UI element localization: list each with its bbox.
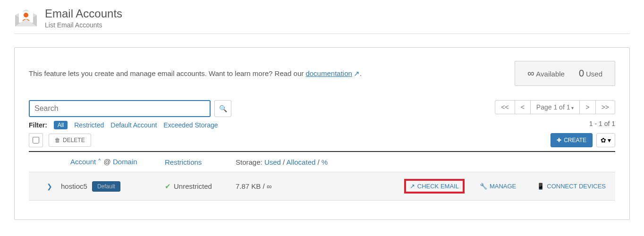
settings-button[interactable]: ✿▾ <box>596 133 615 147</box>
header-domain[interactable]: Domain <box>113 158 137 166</box>
restriction-value: Unrestricted <box>174 182 212 190</box>
delete-button[interactable]: 🗑DELETE <box>49 134 91 147</box>
filter-exceeded[interactable]: Exceeded Storage <box>163 121 218 129</box>
trash-icon: 🗑 <box>55 137 60 143</box>
page-title: Email Accounts <box>45 7 122 20</box>
used-value: 0 <box>579 68 584 78</box>
stats-box: ∞ Available 0 Used <box>515 61 615 86</box>
plus-icon: ✚ <box>557 137 561 143</box>
header-used[interactable]: Used <box>264 158 281 166</box>
page-header: Email Accounts List Email Accounts <box>14 0 630 34</box>
filter-default[interactable]: Default Account <box>110 121 157 129</box>
check-email-button[interactable]: ↗CHECK EMAIL <box>404 179 465 194</box>
storage-value: 7.87 KB / ∞ <box>236 182 321 190</box>
create-button[interactable]: ✚CREATE <box>551 133 593 147</box>
header-percent[interactable]: % <box>322 158 328 166</box>
wrench-icon: 🔧 <box>480 183 487 190</box>
page-next[interactable]: > <box>579 100 595 114</box>
connect-devices-button[interactable]: 📱CONNECT DEVICES <box>531 179 611 194</box>
search-input[interactable] <box>29 100 211 117</box>
email-accounts-icon <box>14 8 38 27</box>
check-icon: ✔ <box>165 182 171 191</box>
documentation-link[interactable]: documentation <box>305 69 352 77</box>
feature-description: This feature lets you create and manage … <box>29 69 515 78</box>
external-icon: ↗ <box>410 183 415 190</box>
header-account[interactable]: Account <box>70 158 96 166</box>
caret-down-icon: ▾ <box>608 136 611 144</box>
pagination: << < Page 1 of 1 > >> <box>495 100 615 114</box>
select-all-checkbox-wrap <box>29 133 43 147</box>
page-prev[interactable]: < <box>515 100 531 114</box>
filter-restricted[interactable]: Restricted <box>74 121 104 129</box>
filter-all[interactable]: All <box>54 121 68 129</box>
page-current[interactable]: Page 1 of 1 <box>530 100 580 114</box>
select-all-checkbox[interactable] <box>33 137 39 143</box>
gear-icon: ✿ <box>601 136 606 144</box>
mobile-icon: 📱 <box>537 183 544 190</box>
svg-point-3 <box>24 13 28 17</box>
header-allocated[interactable]: Allocated <box>287 158 316 166</box>
main-panel: This feature lets you create and manage … <box>14 47 630 220</box>
expand-row[interactable]: ❯ <box>33 183 61 190</box>
default-badge: Default <box>92 181 120 192</box>
filter-label: Filter: <box>29 121 47 129</box>
search-icon: 🔍 <box>219 105 227 112</box>
table-row: ❯ hostioc5 Default ✔ Unrestricted 7.87 K… <box>29 172 615 201</box>
sort-up-icon: ˄ <box>98 158 103 166</box>
page-subtitle: List Email Accounts <box>45 21 122 29</box>
header-restrictions[interactable]: Restrictions <box>165 158 202 166</box>
page-last[interactable]: >> <box>595 100 615 114</box>
result-count: 1 - 1 of 1 <box>495 120 615 127</box>
search-button[interactable]: 🔍 <box>214 100 231 117</box>
external-link-icon: ↗ <box>354 69 360 78</box>
available-value: ∞ <box>527 68 534 78</box>
chevron-right-icon: ❯ <box>47 183 52 190</box>
manage-button[interactable]: 🔧MANAGE <box>474 179 522 194</box>
account-name: hostioc5 <box>61 182 87 190</box>
page-first[interactable]: << <box>495 100 515 114</box>
table-header: Account ˄ @ Domain Restrictions Storage:… <box>29 152 615 172</box>
